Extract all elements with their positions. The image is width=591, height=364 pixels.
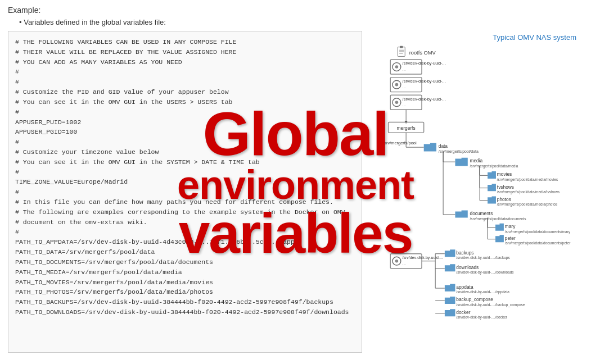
svg-point-8 [395, 65, 399, 69]
svg-text:tvshows: tvshows [497, 184, 514, 190]
nas-diagram: rootfs OMV /srv/dev-disk-by-uuid-... ...… [373, 45, 581, 348]
code-line-10: APPUSER_PGID=100 [15, 127, 355, 137]
svg-text:/srv/mergerfs/pool/data/docume: /srv/mergerfs/pool/data/documents [470, 217, 526, 221]
svg-point-13 [395, 83, 399, 87]
code-line-18: # The following are examples correspondi… [15, 207, 355, 217]
svg-text:/srv/mergerfs/pool/data/docume: /srv/mergerfs/pool/data/documents/mary [505, 230, 571, 234]
svg-marker-90 [445, 309, 455, 316]
code-line-17: # In this file you can define how many p… [15, 197, 355, 207]
svg-text:appdata: appdata [456, 284, 473, 290]
svg-marker-82 [445, 284, 455, 292]
svg-marker-47 [488, 197, 496, 204]
code-line-6: # Customize the PID and GID value of you… [15, 87, 355, 97]
diagram-panel: Typical OMV NAS system rootfs OMV /srv/d… [371, 31, 583, 353]
main-container: Example: Variables defined in the global… [0, 0, 591, 364]
svg-marker-62 [495, 235, 504, 242]
bullet-text: Variables defined in the global variable… [19, 18, 583, 26]
svg-text:media: media [470, 158, 482, 163]
svg-marker-52 [455, 211, 467, 218]
svg-text:/srv/dev-disk-by-uuid-..../doc: /srv/dev-disk-by-uuid-..../docker [456, 315, 508, 320]
code-panel: # THE FOLLOWING VARIABLES CAN BE USED IN… [8, 31, 362, 353]
code-line-1: # THE FOLLOWING VARIABLES CAN BE USED IN… [15, 37, 355, 47]
svg-text:photos: photos [497, 197, 511, 202]
svg-text:data: data [439, 143, 448, 149]
svg-text:mergerfs: mergerfs [397, 125, 416, 131]
svg-point-18 [395, 101, 399, 104]
svg-text:...: ... [403, 103, 406, 107]
svg-text:/srv/dev-disk-by-uuid-..../app: /srv/dev-disk-by-uuid-..../appdata [456, 290, 509, 294]
svg-marker-73 [445, 249, 455, 257]
svg-text:/srv/dev-disk-by-uuid-..../bac: /srv/dev-disk-by-uuid-..../backups [456, 256, 510, 260]
code-line-25: PATH_TO_MOVIES=/srv/mergerfs/pool/data/m… [15, 277, 355, 288]
example-label: Example: [8, 6, 583, 15]
svg-rect-2 [400, 46, 403, 48]
svg-text:/srv/dev-disk-by-uuid-...: /srv/dev-disk-by-uuid-... [403, 61, 446, 66]
code-line-28: PATH_TO_DOWNLOADS=/srv/dev-disk-by-uuid-… [15, 307, 355, 317]
svg-marker-86 [445, 297, 455, 304]
svg-text:/srv/mergerfs/pool/data/media/: /srv/mergerfs/pool/data/media/photos [497, 202, 558, 207]
content-area: # THE FOLLOWING VARIABLES CAN BE USED IN… [8, 31, 583, 353]
code-line-9: APPUSER_PUID=1002 [15, 117, 355, 128]
svg-text:/srv/mergerfs/pool: /srv/mergerfs/pool [383, 140, 417, 145]
svg-marker-77 [445, 264, 455, 271]
code-line-15: TIME_ZONE_VALUE=Europe/Madrid [15, 177, 355, 187]
svg-marker-27 [424, 143, 436, 152]
code-line-23: PATH_TO_DOCUMENTS=/srv/mergerfs/pool/dat… [15, 257, 355, 267]
code-line-2: # THEIR VALUE WILL BE REPLACED BY THE VA… [15, 47, 355, 57]
svg-text:/srv/mergerfs/pool/data/media/: /srv/mergerfs/pool/data/media/movies [497, 178, 558, 182]
code-line-27: PATH_TO_BACKUPS=/srv/dev-disk-by-uuid-38… [15, 297, 355, 307]
svg-text:...: ... [403, 85, 406, 89]
code-line-21: PATH_TO_APPDATA=/srv/dev-disk-by-uuid-4d… [15, 237, 355, 247]
code-line-19: # document on the omv-extras wiki. [15, 217, 355, 228]
code-line-20: # [15, 227, 355, 237]
code-line-22: PATH_TO_DATA=/srv/mergerfs/pool/data [15, 247, 355, 257]
svg-text:peter: peter [505, 235, 516, 241]
svg-text:docker: docker [456, 310, 470, 315]
svg-text:/srv/dev-disk-by-uuid-...: /srv/dev-disk-by-uuid-... [403, 97, 446, 102]
svg-text:/srv/mergerfs/pool/data/docume: /srv/mergerfs/pool/data/documents/peter [505, 241, 571, 245]
code-line-16: # [15, 187, 355, 197]
svg-text:movies: movies [497, 171, 512, 177]
code-line-24: PATH_TO_MEDIA=/srv/mergerfs/pool/data/me… [15, 267, 355, 277]
code-line-4: # [15, 67, 355, 77]
code-line-14: # [15, 167, 355, 178]
diagram-title: Typical OMV NAS system [373, 33, 581, 42]
code-line-12: # Customize your timezone value below [15, 147, 355, 157]
svg-text:backup_compose: backup_compose [456, 297, 493, 302]
code-line-7: # You can see it in the OMV GUI in the U… [15, 97, 355, 107]
code-line-11: # [15, 137, 355, 147]
svg-text:/srv/mergerfs/pool/data/media/: /srv/mergerfs/pool/data/media/tvshows [497, 190, 560, 194]
svg-text:/srv/mergerfs/pool/data: /srv/mergerfs/pool/data [439, 149, 479, 154]
svg-marker-57 [495, 224, 504, 231]
svg-text:documents: documents [470, 211, 493, 216]
svg-text:downloads: downloads [456, 265, 479, 270]
svg-text:rootfs OMV: rootfs OMV [409, 50, 436, 56]
svg-text:/srv/dev-disk-by-uuid-..../dow: /srv/dev-disk-by-uuid-..../downloads [456, 270, 514, 275]
svg-text:/srv/dev-disk-by-uuid-...: /srv/dev-disk-by-uuid-... [403, 79, 446, 84]
svg-text:mary: mary [505, 224, 516, 229]
svg-text:/srv/dev-disk-by-uuid-..../bac: /srv/dev-disk-by-uuid-..../backup_compos… [456, 303, 525, 307]
svg-marker-37 [488, 171, 496, 179]
svg-text:/srv/dev-disk-by-uuid-...: /srv/dev-disk-by-uuid-... [403, 256, 443, 260]
svg-point-67 [395, 260, 399, 263]
svg-marker-42 [488, 184, 496, 191]
code-line-5: # [15, 77, 355, 87]
code-line-26: PATH_TO_PHOTOS=/srv/mergerfs/pool/data/m… [15, 287, 355, 297]
code-line-8: # [15, 107, 355, 117]
svg-text:...: ... [403, 67, 406, 71]
svg-text:...: ... [403, 261, 406, 265]
svg-marker-32 [455, 158, 467, 166]
code-line-3: # YOU CAN ADD AS MANY VARIABLES AS YOU N… [15, 57, 355, 67]
svg-text:/srv/mergerfs/pool/data/media: /srv/mergerfs/pool/data/media [470, 164, 518, 169]
svg-text:backups: backups [456, 250, 473, 256]
code-line-13: # You can see it in the OMV GUI in the S… [15, 157, 355, 167]
